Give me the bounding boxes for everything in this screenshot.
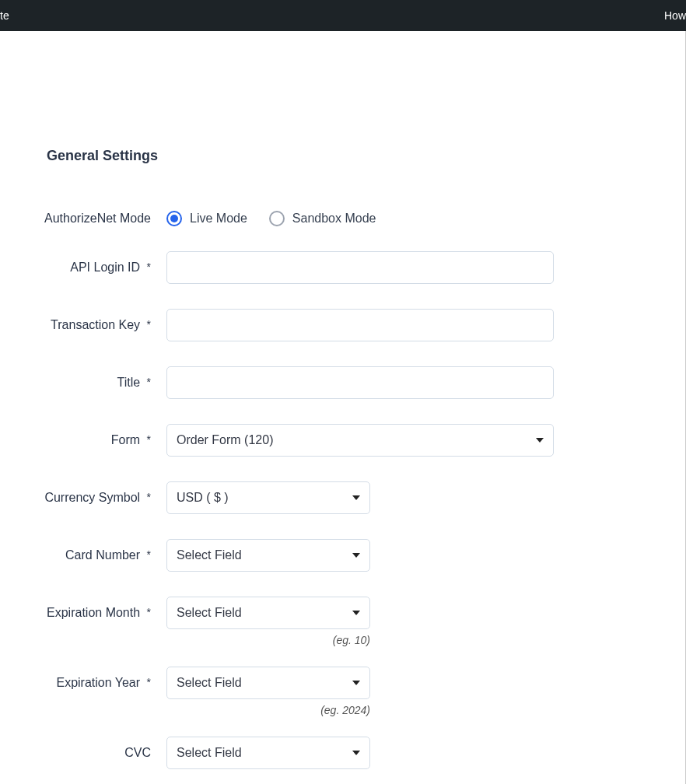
select-card-number[interactable]: Select Field — [166, 539, 370, 572]
label-card-number: Card Number — [65, 548, 140, 562]
required-mark: * — [147, 261, 151, 273]
settings-panel: General Settings AuthorizeNet Mode Live … — [0, 31, 686, 784]
required-mark: * — [147, 376, 151, 388]
chevron-down-icon — [352, 681, 360, 685]
select-exp-month-value: Select Field — [177, 606, 242, 620]
field-cvc: CVC Select Field — [33, 737, 654, 769]
chevron-down-icon — [536, 438, 544, 443]
select-exp-year[interactable]: Select Field — [166, 667, 370, 699]
field-transaction-key: Transaction Key * — [33, 309, 654, 341]
select-exp-year-value: Select Field — [177, 676, 242, 690]
label-cvc: CVC — [124, 746, 151, 759]
select-form[interactable]: Order Form (120) — [166, 424, 554, 457]
field-title: Title * — [33, 366, 654, 399]
radio-sandbox-mode[interactable]: Sandbox Mode — [269, 211, 376, 226]
input-transaction-key[interactable] — [166, 309, 554, 341]
required-mark: * — [147, 318, 151, 331]
field-form: Form * Order Form (120) — [33, 424, 654, 457]
label-currency: Currency Symbol — [44, 491, 140, 504]
label-exp-year: Expiration Year — [56, 676, 140, 689]
select-currency[interactable]: USD ( $ ) — [166, 481, 370, 514]
required-mark: * — [147, 676, 151, 688]
label-exp-month: Expiration Month — [47, 606, 140, 619]
radio-label-sandbox: Sandbox Mode — [292, 212, 376, 226]
radio-selected-icon — [166, 211, 182, 226]
required-mark: * — [147, 548, 151, 561]
field-expiration-month: Expiration Month * Select Field — [33, 597, 654, 629]
radio-live-mode[interactable]: Live Mode — [166, 211, 247, 226]
radio-unselected-icon — [269, 211, 285, 226]
hint-exp-year-row: (eg. 2024) — [33, 704, 654, 716]
select-form-value: Order Form (120) — [177, 433, 273, 447]
chevron-down-icon — [352, 751, 360, 755]
select-exp-month[interactable]: Select Field — [166, 597, 370, 629]
label-transaction-key: Transaction Key — [51, 318, 140, 331]
chevron-down-icon — [352, 611, 360, 615]
radio-label-live: Live Mode — [190, 212, 247, 226]
admin-top-bar: te How — [0, 0, 686, 31]
input-title[interactable] — [166, 366, 554, 399]
field-expiration-year: Expiration Year * Select Field — [33, 667, 654, 699]
section-title: General Settings — [47, 148, 654, 164]
hint-exp-month: (eg. 10) — [166, 634, 370, 646]
field-api-login-id: API Login ID * — [33, 251, 654, 284]
select-currency-value: USD ( $ ) — [177, 491, 229, 505]
hint-exp-year: (eg. 2024) — [166, 704, 370, 716]
field-currency-symbol: Currency Symbol * USD ( $ ) — [33, 481, 654, 514]
chevron-down-icon — [352, 553, 360, 558]
chevron-down-icon — [352, 495, 360, 500]
label-title: Title — [117, 376, 140, 389]
required-mark: * — [147, 491, 151, 503]
field-card-number: Card Number * Select Field — [33, 539, 654, 572]
select-cvc-value: Select Field — [177, 746, 242, 760]
topbar-right-text: How — [664, 9, 686, 22]
select-card-number-value: Select Field — [177, 548, 242, 562]
input-api-login-id[interactable] — [166, 251, 554, 284]
field-authorizenet-mode: AuthorizeNet Mode Live Mode Sandbox Mode — [33, 211, 654, 226]
hint-exp-month-row: (eg. 10) — [33, 634, 654, 646]
required-mark: * — [147, 433, 151, 446]
label-form: Form — [111, 433, 140, 446]
required-mark: * — [147, 606, 151, 618]
label-mode: AuthorizeNet Mode — [44, 212, 151, 225]
select-cvc[interactable]: Select Field — [166, 737, 370, 769]
topbar-left-text: te — [0, 9, 9, 22]
label-api-login: API Login ID — [70, 261, 140, 274]
